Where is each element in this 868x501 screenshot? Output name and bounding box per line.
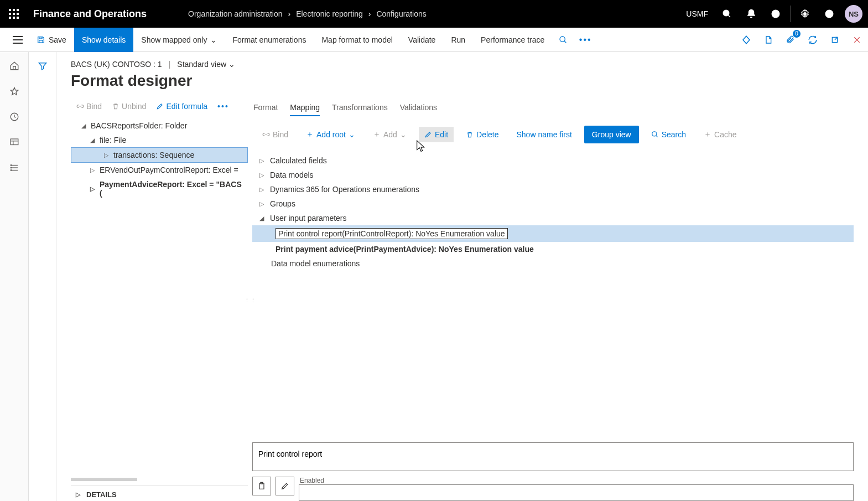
document-icon[interactable] [757,28,779,52]
svg-point-14 [804,13,807,16]
edit-button[interactable]: Edit [419,127,454,142]
breadcrumb-item[interactable]: Electronic reporting [296,9,363,18]
svg-rect-4 [13,13,15,15]
bind-button[interactable]: Bind [257,127,294,142]
scrollbar[interactable] [71,478,137,481]
more-icon[interactable]: ••• [574,28,596,52]
gear-icon[interactable] [793,0,817,28]
breadcrumb: Organization administration › Electronic… [160,9,427,18]
filter-icon[interactable] [38,61,48,501]
trash-icon [466,131,474,138]
details-expander[interactable]: ▷ DETAILS [71,485,248,501]
popout-icon[interactable] [824,28,846,52]
show-name-first-label: Show name first [516,130,571,139]
tab-format[interactable]: Format [253,100,278,115]
vertical-splitter[interactable]: ⋮⋮ [248,100,252,501]
collapse-icon[interactable]: ◢ [258,215,266,222]
collapse-icon[interactable]: ◢ [89,137,96,144]
tree-label: PaymentAdviceReport: Excel = "BACS ( [100,180,246,198]
diamond-icon[interactable] [735,28,757,52]
avatar[interactable]: NS [845,5,862,23]
delete-button[interactable]: Delete [460,127,504,142]
tree-row[interactable]: ▷ Calculated fields [252,153,854,168]
performance-trace-button[interactable]: Performance trace [473,28,552,52]
expand-icon[interactable]: ▷ [89,167,96,174]
add-button[interactable]: ＋ Add ⌄ [367,126,412,143]
home-icon[interactable] [9,61,19,71]
app-launcher-icon[interactable] [0,0,28,28]
group-view-label: Group view [592,130,631,139]
tab-mapping[interactable]: Mapping [290,100,320,115]
tree-row[interactable]: ◢ file: File [71,133,248,147]
company-code[interactable]: USMF [679,9,715,18]
more-icon[interactable]: ••• [214,100,232,113]
clock-icon[interactable] [9,112,19,122]
tree-row[interactable]: ▷ Dynamics 365 for Operations enumeratio… [252,182,854,197]
tab-validations[interactable]: Validations [400,100,437,115]
search-button[interactable]: Search [646,127,692,142]
show-name-first-button[interactable]: Show name first [511,127,577,142]
search-label: Search [662,130,686,139]
smiley-icon[interactable] [763,0,788,28]
modules-icon[interactable] [9,163,19,173]
tab-transformations[interactable]: Transformations [332,100,388,115]
tree-row-selected[interactable]: ▷ transactions: Sequence [71,147,248,163]
page-context: BACS (UK) CONTOSO : 1 | Standard view ⌄ [71,60,854,69]
svg-rect-3 [9,13,11,15]
expand-icon[interactable]: ▷ [258,157,266,164]
edit-formula-button[interactable]: Edit formula [153,100,211,113]
svg-rect-2 [17,9,19,11]
map-format-to-model-button[interactable]: Map format to model [314,28,400,52]
tree-row[interactable]: ▷ ERVendOutPaymControlReport: Excel = [71,163,248,177]
expand-icon[interactable]: ▷ [258,200,266,208]
pencil-icon [156,102,164,110]
format-enumerations-button[interactable]: Format enumerations [225,28,314,52]
search-icon[interactable] [715,0,739,28]
view-selector[interactable]: Standard view ⌄ [177,60,235,69]
svg-point-13 [777,13,778,14]
add-root-button[interactable]: ＋ Add root ⌄ [300,126,361,143]
refresh-icon[interactable] [802,28,824,52]
tree-row[interactable]: Print payment advice(PrintPaymentAdvice)… [252,242,854,256]
close-icon[interactable] [846,28,868,52]
collapse-icon[interactable]: ◢ [80,122,87,130]
help-icon[interactable] [817,0,841,28]
breadcrumb-item[interactable]: Configurations [376,9,426,18]
expand-icon[interactable]: ▷ [89,185,96,193]
run-button[interactable]: Run [443,28,473,52]
expand-icon[interactable]: ▷ [102,152,110,159]
format-enumerations-label: Format enumerations [232,35,306,44]
tree-row[interactable]: ▷ Data models [252,168,854,182]
workspace-icon[interactable] [9,137,19,147]
tree-row[interactable]: ▷ PaymentAdviceReport: Excel = "BACS ( [71,177,248,200]
view-name-label: Standard view [177,60,226,69]
show-details-button[interactable]: Show details [74,28,133,52]
save-button[interactable]: Save [29,28,74,52]
expand-icon[interactable]: ▷ [258,172,266,179]
cache-button[interactable]: ＋ Cache [698,126,742,143]
unbind-button[interactable]: Unbind [108,100,149,113]
group-view-button[interactable]: Group view [584,126,639,143]
search-command-icon[interactable] [552,28,574,52]
bell-icon[interactable] [739,0,763,28]
tree-row[interactable]: ◢ User input parameters [252,211,854,225]
tree-row[interactable]: Data model enumerations [252,256,854,271]
bind-button[interactable]: Bind [73,100,105,113]
svg-rect-6 [9,17,11,19]
attachment-icon[interactable]: 0 [779,28,802,52]
enabled-input[interactable] [299,484,854,501]
edit-enabled-button[interactable] [276,477,294,495]
star-icon[interactable] [9,86,19,96]
detail-name-input[interactable] [252,442,854,471]
expand-icon[interactable]: ▷ [258,186,266,193]
tree-row-selected[interactable]: Print control report(PrintControlReport)… [252,225,854,242]
tree-row[interactable]: ◢ BACSReportsFolder: Folder [71,118,248,133]
show-mapped-only-button[interactable]: Show mapped only ⌄ [133,28,225,52]
tree-row[interactable]: ▷ Groups [252,197,854,211]
clipboard-button[interactable] [252,477,271,495]
breadcrumb-item[interactable]: Organization administration [188,9,282,18]
link-icon [262,131,270,138]
search-icon [651,131,659,138]
validate-button[interactable]: Validate [401,28,444,52]
hamburger-icon[interactable] [7,36,29,44]
